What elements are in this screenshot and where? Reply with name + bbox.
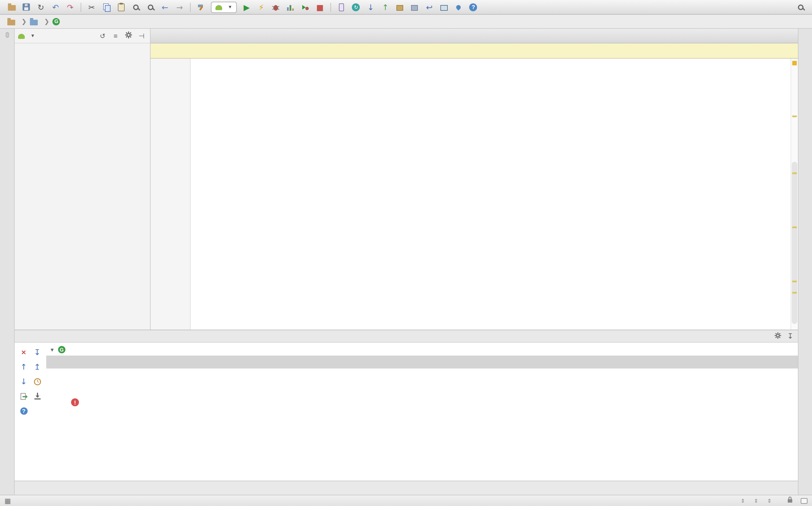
- pin-icon[interactable]: [452, 1, 466, 13]
- tool-button-structure[interactable]: [5, 46, 9, 51]
- back-icon[interactable]: ←: [158, 1, 172, 13]
- paste-icon[interactable]: [114, 1, 128, 13]
- coverage-icon[interactable]: [284, 1, 298, 13]
- attach-icon: [301, 3, 309, 11]
- help-icon[interactable]: ?: [466, 1, 481, 13]
- copy-icon[interactable]: [99, 1, 113, 13]
- avd-manager-icon[interactable]: [335, 1, 349, 13]
- scope-settings-icon[interactable]: ↺: [97, 32, 108, 40]
- status-bar: ▦ ⇕ ⇕ ⇕: [0, 495, 812, 506]
- gear-icon: [125, 31, 133, 39]
- folder-icon: [30, 19, 38, 25]
- cut-icon[interactable]: ✂: [85, 1, 99, 13]
- encoding-widget[interactable]: ⇕: [753, 498, 758, 503]
- warning-stripe-mark[interactable]: [792, 172, 797, 174]
- tool-button-project[interactable]: [5, 32, 9, 38]
- settings-gear-icon[interactable]: [124, 31, 134, 40]
- code-editor[interactable]: [151, 59, 798, 330]
- line-separator-widget[interactable]: ⇕: [740, 498, 745, 503]
- gear-icon: [774, 332, 782, 339]
- dock-panel-icon[interactable]: ↧: [787, 332, 793, 340]
- gradle-sync-banner: [151, 44, 798, 59]
- save-to-file-icon[interactable]: [30, 389, 44, 404]
- project-structure-icon[interactable]: [408, 1, 422, 13]
- error-location[interactable]: !: [71, 398, 82, 406]
- build-icon[interactable]: [194, 1, 208, 13]
- breadcrumb-project[interactable]: [6, 18, 20, 25]
- next-message-icon[interactable]: ↓: [17, 374, 30, 389]
- open-icon[interactable]: [4, 1, 19, 13]
- gradle-file-icon: G: [53, 18, 60, 25]
- debug-icon[interactable]: [269, 1, 283, 13]
- android-studio-window: ↻ ↶ ↷ ✂ ← → ▼ ▶ ⚡ ■ ↻: [0, 0, 812, 506]
- expand-all-icon[interactable]: ↥: [30, 359, 44, 374]
- save-icon[interactable]: [19, 1, 33, 13]
- breadcrumb-module[interactable]: [28, 18, 42, 25]
- left-tool-strip: [0, 29, 15, 495]
- vcs-commit-icon[interactable]: ↑: [378, 1, 392, 13]
- tool-button-favorites[interactable]: [5, 457, 9, 463]
- tool-button-gradle[interactable]: [804, 34, 807, 40]
- sdk-manager-icon[interactable]: [393, 1, 407, 13]
- run-icon[interactable]: ▶: [240, 1, 254, 13]
- messages-panel: ↧ × ↧ ↑ ↥ ↓: [15, 330, 798, 481]
- scrollbar-thumb[interactable]: [792, 162, 797, 324]
- folder-icon: [7, 19, 15, 25]
- attach-debugger-icon[interactable]: [298, 1, 312, 13]
- revert-icon[interactable]: ↩: [422, 1, 436, 13]
- notification-icon[interactable]: [801, 498, 808, 503]
- breadcrumb-file[interactable]: G: [51, 18, 65, 25]
- warning-stripe-mark[interactable]: [792, 227, 797, 228]
- hide-panel-icon[interactable]: ⊣: [137, 32, 147, 40]
- help-icon[interactable]: ?: [17, 404, 30, 418]
- prev-message-icon[interactable]: ↑: [17, 359, 30, 374]
- tool-button-build-variants[interactable]: [5, 452, 9, 457]
- warning-stripe-mark[interactable]: [792, 291, 797, 293]
- instant-run-icon[interactable]: ⚡: [254, 1, 269, 13]
- readonly-lock-icon: [787, 496, 793, 503]
- tool-button-captures[interactable]: [5, 110, 9, 115]
- error-detail-block[interactable]: !: [46, 355, 798, 368]
- toolbar-separator: [330, 3, 331, 12]
- close-icon[interactable]: ×: [17, 345, 30, 359]
- navigation-bar: ❯ ❯ G: [0, 15, 812, 29]
- toolbar-separator: [190, 3, 191, 12]
- messages-panel-header: ↧: [15, 330, 798, 343]
- replace-icon[interactable]: [143, 1, 157, 13]
- filter-icon[interactable]: ≡: [110, 32, 121, 40]
- editor-gutter[interactable]: [151, 59, 191, 330]
- error-stripe[interactable]: [791, 59, 798, 330]
- breadcrumb-separator-icon: ❯: [21, 18, 26, 25]
- device-monitor-icon[interactable]: [437, 1, 451, 13]
- message-group-row[interactable]: ▼ G: [46, 343, 798, 355]
- expand-arrow-icon[interactable]: ▼: [50, 347, 55, 352]
- search-everywhere-icon[interactable]: [793, 1, 808, 13]
- time-filter-icon[interactable]: [30, 374, 44, 389]
- project-tree: [15, 44, 150, 330]
- settings-gear-icon[interactable]: [774, 332, 782, 341]
- warning-stripe-mark[interactable]: [792, 115, 797, 117]
- hammer-icon: [197, 3, 206, 12]
- stop-icon[interactable]: ■: [313, 1, 327, 13]
- android-icon: [215, 5, 222, 10]
- scroll-to-end-icon[interactable]: ↧: [30, 345, 44, 359]
- vcs-update-icon[interactable]: ↓: [364, 1, 378, 13]
- error-icon: !: [71, 398, 79, 406]
- lock-icon[interactable]: [787, 496, 793, 505]
- forward-icon[interactable]: →: [172, 1, 187, 13]
- warning-stripe-mark[interactable]: [792, 281, 797, 282]
- find-icon[interactable]: [129, 1, 143, 13]
- sync-icon[interactable]: ↻: [34, 1, 48, 13]
- redo-icon[interactable]: ↷: [63, 1, 77, 13]
- export-icon[interactable]: [17, 389, 30, 404]
- right-tool-strip: [798, 29, 812, 495]
- undo-icon[interactable]: ↶: [49, 1, 63, 13]
- main-toolbar: ↻ ↶ ↷ ✂ ← → ▼ ▶ ⚡ ■ ↻: [0, 0, 812, 15]
- tool-button-android-model[interactable]: [804, 416, 807, 421]
- android-icon: [18, 34, 25, 39]
- sync-project-gradle-icon[interactable]: ↻: [349, 1, 363, 13]
- chevron-down-icon[interactable]: ▼: [30, 33, 35, 38]
- run-configuration-select[interactable]: ▼: [211, 1, 237, 13]
- git-branch-widget[interactable]: ⇕: [766, 498, 771, 503]
- tool-window-switcher-icon[interactable]: ▦: [4, 497, 11, 505]
